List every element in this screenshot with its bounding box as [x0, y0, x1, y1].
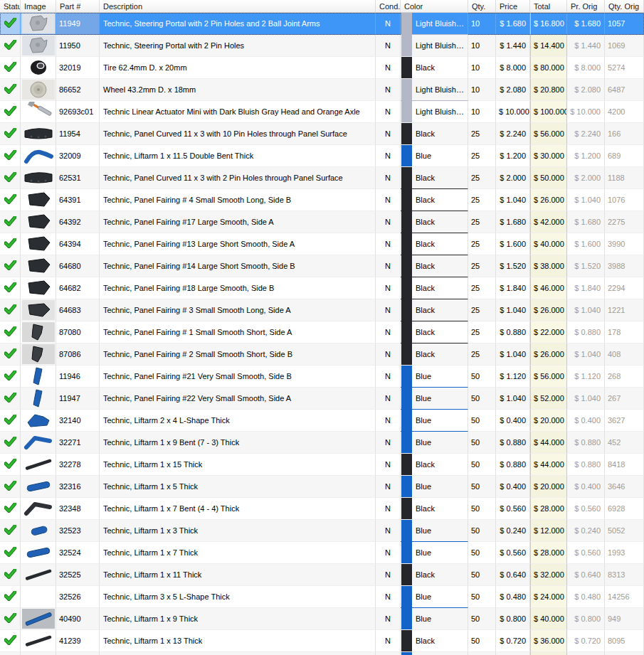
- condition[interactable]: N: [376, 211, 401, 233]
- part-number[interactable]: 32019: [56, 57, 100, 79]
- total[interactable]: $ 24.000: [530, 586, 567, 608]
- price[interactable]: $ 0.720: [496, 630, 530, 652]
- total[interactable]: $ 40.000: [530, 233, 567, 255]
- part-number[interactable]: 32526: [56, 586, 100, 608]
- part-number[interactable]: 87086: [56, 344, 100, 366]
- condition[interactable]: N: [376, 586, 401, 608]
- part-description[interactable]: Technic, Steering Portal with 2 Pin Hole…: [100, 13, 376, 35]
- part-image[interactable]: [21, 432, 56, 454]
- status-cell[interactable]: [0, 410, 21, 432]
- status-cell[interactable]: [0, 520, 21, 542]
- part-description[interactable]: Technic, Panel Fairing # 1 Small Smooth …: [100, 321, 376, 344]
- part-description[interactable]: Technic, Panel Fairing #14 Large Short S…: [100, 255, 376, 277]
- table-row[interactable]: 11946Technic, Panel Fairing #21 Very Sma…: [0, 366, 644, 388]
- column-header-color[interactable]: Color: [401, 0, 468, 13]
- part-description[interactable]: Technic, Liftarm 1 x 11 Thick: [100, 564, 376, 586]
- condition[interactable]: N: [376, 167, 401, 189]
- condition[interactable]: N: [376, 410, 401, 432]
- price[interactable]: $ 1.680: [496, 211, 530, 233]
- part-image[interactable]: [21, 277, 56, 299]
- price[interactable]: $ 1.680: [496, 13, 530, 35]
- status-cell[interactable]: [0, 630, 21, 652]
- quantity[interactable]: 10: [468, 101, 496, 123]
- table-row[interactable]: 32140Technic, Liftarm 2 x 4 L-Shape Thic…: [0, 410, 644, 432]
- table-row[interactable]: 32316Technic, Liftarm 1 x 5 ThickNBlue50…: [0, 476, 644, 498]
- total[interactable]: $ 50.000: [530, 167, 567, 189]
- condition[interactable]: N: [376, 520, 401, 542]
- price[interactable]: $ 0.400: [496, 410, 530, 432]
- part-image[interactable]: [21, 167, 56, 189]
- part-number[interactable]: 11949: [56, 13, 100, 35]
- price[interactable]: $ 1.120: [496, 366, 530, 388]
- color-name[interactable]: Blue: [401, 652, 468, 655]
- condition[interactable]: N: [376, 388, 401, 410]
- color-name[interactable]: Black: [401, 189, 468, 211]
- column-header-price[interactable]: Price: [496, 0, 530, 13]
- total[interactable]: $ 30.000: [530, 145, 567, 167]
- price[interactable]: $ 0.640: [496, 564, 530, 586]
- part-description[interactable]: Technic, Panel Fairing #17 Large Smooth,…: [100, 211, 376, 233]
- quantity[interactable]: 25: [468, 145, 496, 167]
- price-original[interactable]: $ 8.000: [567, 57, 605, 79]
- part-image[interactable]: [21, 586, 56, 608]
- table-row[interactable]: 64683Technic, Panel Fairing # 3 Small Sm…: [0, 299, 644, 321]
- condition[interactable]: N: [376, 564, 401, 586]
- condition[interactable]: N: [376, 432, 401, 454]
- price-original[interactable]: $ 0.800: [567, 608, 605, 630]
- price[interactable]: $ 1.040: [496, 344, 530, 366]
- part-description[interactable]: Technic, Liftarm 3 x 5 L-Shape Thick: [100, 586, 376, 608]
- table-row[interactable]: 64391Technic, Panel Fairing # 4 Small Sm…: [0, 189, 644, 211]
- part-image[interactable]: [21, 366, 56, 388]
- part-number[interactable]: 64392: [56, 211, 100, 233]
- total[interactable]: $ 56.000: [530, 366, 567, 388]
- status-cell[interactable]: [0, 564, 21, 586]
- price[interactable]: $ 8.000: [496, 57, 530, 79]
- quantity[interactable]: 25: [468, 321, 496, 344]
- part-image[interactable]: [21, 410, 56, 432]
- part-description[interactable]: Technic, Liftarm 1 x 5 Thick: [100, 476, 376, 498]
- part-description[interactable]: Technic, Liftarm 1 x 9 Bent (6 - 4) Thic…: [100, 652, 376, 655]
- part-number[interactable]: 64394: [56, 233, 100, 255]
- part-image[interactable]: [21, 498, 56, 520]
- color-name[interactable]: Light Bluish Gray: [401, 101, 468, 123]
- table-row[interactable]: 11950Technic, Steering Portal with 2 Pin…: [0, 35, 644, 57]
- condition[interactable]: N: [376, 79, 401, 101]
- quantity-original[interactable]: 689: [605, 145, 644, 167]
- price[interactable]: $ 1.200: [496, 145, 530, 167]
- part-description[interactable]: Technic, Panel Fairing # 3 Small Smooth …: [100, 299, 376, 321]
- part-description[interactable]: Technic, Liftarm 1 x 7 Thick: [100, 542, 376, 564]
- condition[interactable]: N: [376, 652, 401, 655]
- status-cell[interactable]: [0, 542, 21, 564]
- part-image[interactable]: [21, 344, 56, 366]
- part-image[interactable]: [21, 321, 56, 344]
- quantity-original[interactable]: 6487: [605, 79, 644, 101]
- quantity-original[interactable]: 4200: [605, 101, 644, 123]
- table-row[interactable]: 86652Wheel 43.2mm D. x 18mmNLight Bluish…: [0, 79, 644, 101]
- price-original[interactable]: $ 10.000: [567, 101, 605, 123]
- total[interactable]: $ 28.000: [530, 542, 567, 564]
- color-name[interactable]: Blue: [401, 388, 468, 410]
- quantity[interactable]: 25: [468, 189, 496, 211]
- condition[interactable]: N: [376, 542, 401, 564]
- status-cell[interactable]: [0, 123, 21, 145]
- table-row[interactable]: 87080Technic, Panel Fairing # 1 Small Sm…: [0, 321, 644, 344]
- price-original[interactable]: $ 0.880: [567, 454, 605, 476]
- part-description[interactable]: Technic, Panel Fairing # 4 Small Smooth …: [100, 189, 376, 211]
- quantity-original[interactable]: 8313: [605, 564, 644, 586]
- quantity[interactable]: 50: [468, 586, 496, 608]
- total[interactable]: $ 20.000: [530, 410, 567, 432]
- status-cell[interactable]: [0, 233, 21, 255]
- part-number[interactable]: 32140: [56, 410, 100, 432]
- color-name[interactable]: Blue: [401, 542, 468, 564]
- color-name[interactable]: Black: [401, 277, 468, 299]
- table-row[interactable]: 11949Technic, Steering Portal with 2 Pin…: [0, 13, 644, 35]
- quantity[interactable]: 25: [468, 344, 496, 366]
- condition[interactable]: N: [376, 255, 401, 277]
- price-original[interactable]: $ 0.720: [567, 630, 605, 652]
- price-original[interactable]: $ 0.560: [567, 498, 605, 520]
- quantity[interactable]: 10: [468, 13, 496, 35]
- table-row[interactable]: 62531Technic, Panel Curved 11 x 3 with 2…: [0, 167, 644, 189]
- status-cell[interactable]: [0, 13, 21, 35]
- table-row[interactable]: 40490Technic, Liftarm 1 x 9 ThickNBlue50…: [0, 608, 644, 630]
- quantity-original[interactable]: 2275: [605, 211, 644, 233]
